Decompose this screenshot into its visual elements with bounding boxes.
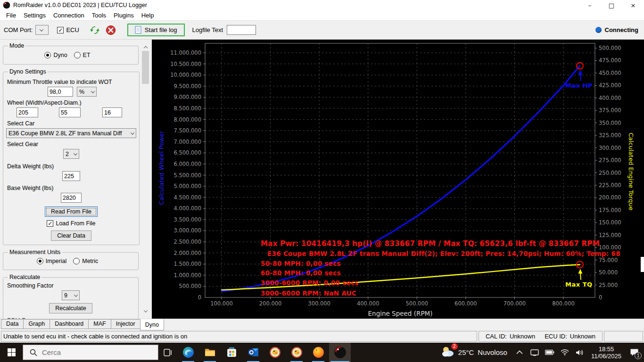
search-input[interactable] [42, 348, 136, 356]
edge-icon [182, 346, 194, 358]
tray-volume-icon[interactable] [574, 346, 586, 359]
task-view-icon [164, 348, 172, 357]
read-from-file-button[interactable]: Read From File [45, 206, 98, 217]
menu-plugins[interactable]: Plugins [110, 11, 138, 20]
tray-chevron-up-icon[interactable] [514, 346, 525, 359]
tab-maf[interactable]: MAF [88, 319, 111, 329]
dyno-settings-legend: Dyno Settings [8, 68, 48, 75]
connection-status: Connecting [595, 26, 639, 33]
start-button[interactable] [0, 343, 23, 362]
sidebar-scrollbar[interactable] [141, 42, 149, 315]
taskbar-duckduckgo-2[interactable] [286, 343, 307, 362]
taskbar-firefox[interactable] [307, 343, 329, 362]
minimize-button[interactable]: – [579, 0, 601, 10]
svg-text:1.000.000: 1.000.000 [173, 272, 201, 279]
tab-data[interactable]: Data [1, 319, 24, 329]
svg-text:10.500.000: 10.500.000 [170, 61, 201, 67]
wot-input[interactable] [48, 87, 73, 97]
ecu-checkbox-label: ECU [66, 26, 79, 33]
svg-text:2.500.000: 2.500.000 [173, 239, 201, 245]
chevron-down-icon [131, 131, 134, 134]
delta-weight-input[interactable] [62, 171, 80, 181]
wot-unit-select[interactable]: % [77, 87, 97, 97]
svg-text:6.000.000: 6.000.000 [173, 161, 201, 167]
disconnect-icon[interactable] [106, 25, 116, 35]
start-file-log-label: Start file log [145, 26, 177, 33]
menu-settings[interactable]: Settings [20, 11, 50, 20]
base-weight-input[interactable] [61, 193, 82, 203]
taskbar-edge[interactable] [177, 343, 199, 362]
tab-dyno[interactable]: Dyno [140, 319, 164, 330]
load-from-file-checkbox[interactable]: ✓ [47, 220, 53, 227]
mode-dyno-label: Dyno [53, 52, 67, 58]
tray-cast-icon[interactable] [529, 346, 540, 359]
tray-clock[interactable]: 18:55 11/06/2025 [591, 346, 621, 360]
ecu-checkbox[interactable]: ✓ [57, 27, 64, 33]
start-file-log-button[interactable]: Start file log [127, 24, 185, 36]
delta-weight-label: Delta Weight (lbs) [7, 163, 136, 170]
tab-graph[interactable]: Graph [23, 319, 50, 329]
taskbar-outlook[interactable] [242, 343, 264, 362]
toolbar: COM Port: ✓ ECU Start file log Logfile T… [0, 21, 644, 40]
maximize-button[interactable]: □ [601, 0, 622, 10]
taskbar-ms-store[interactable] [221, 343, 242, 362]
units-metric-radio[interactable] [73, 258, 80, 264]
taskbar-search[interactable] [23, 345, 158, 360]
taskbar-duckduckgo-1[interactable] [264, 343, 286, 362]
svg-text:125.000: 125.000 [599, 232, 621, 239]
svg-text:50-80 MPH: 0,00 secs: 50-80 MPH: 0,00 secs [261, 260, 341, 267]
menu-connection[interactable]: Connection [50, 11, 88, 20]
close-button[interactable]: × [622, 0, 644, 10]
taskbar-romraider[interactable] [329, 343, 351, 362]
clear-data-button[interactable]: Clear Data [51, 230, 91, 241]
wheel-diam-input[interactable] [102, 107, 122, 117]
scrollbar-up-arrow-icon[interactable] [141, 42, 149, 50]
taskbar-file-explorer[interactable] [199, 343, 221, 362]
duckduckgo-icon [291, 346, 303, 358]
tab-injector[interactable]: Injector [111, 319, 140, 329]
file-explorer-icon [204, 346, 216, 358]
mode-legend: Mode [8, 42, 25, 49]
svg-text:Max Pwr: 10416419,3 hp(I) @ 83: Max Pwr: 10416419,3 hp(I) @ 833667 RPM /… [261, 239, 600, 248]
svg-text:50.000: 50.000 [599, 269, 618, 276]
com-port-select[interactable] [35, 25, 49, 35]
logfile-text-input[interactable] [227, 25, 256, 35]
menu-tools[interactable]: Tools [88, 11, 110, 20]
scrollbar-down-arrow-icon[interactable] [141, 307, 149, 315]
weather-widget[interactable]: 2 25°C Nuvoloso [441, 346, 512, 360]
dyno-settings-sidebar: Mode Dyno ET Dyno Settings Minimum Throt… [0, 40, 141, 319]
system-tray: 2 25°C Nuvoloso 18:55 11/06/20 [441, 343, 644, 362]
select-gear-dropdown[interactable]: 2 [63, 149, 79, 159]
chart-scroll-artifact [641, 257, 644, 272]
svg-text:Max HP: Max HP [565, 82, 593, 89]
svg-text:450.000: 450.000 [599, 70, 621, 76]
menu-file[interactable]: File [2, 11, 20, 20]
task-view-button[interactable] [158, 343, 177, 362]
smoothing-factor-value: 9 [64, 292, 67, 299]
tray-wifi-icon[interactable] [559, 346, 570, 359]
tab-dashboard[interactable]: Dashboard [50, 319, 89, 329]
select-car-dropdown[interactable]: E36 Coupe BMW 2.8L ZF trans Manual Diff [6, 128, 136, 138]
mode-dyno-radio[interactable] [44, 52, 51, 58]
smoothing-factor-dropdown[interactable]: 9 [62, 290, 80, 300]
svg-text:Calculated Wheel Power: Calculated Wheel Power [158, 131, 165, 205]
cal-id-value: Unknown [510, 333, 535, 340]
wheel-aspect-input[interactable] [59, 107, 81, 117]
romraider-window: RomRaider v1.0.0 DEC01 2023 | ECU/TCU Lo… [0, 0, 644, 362]
wot-unit-value: % [79, 89, 84, 95]
logfile-text-label: Logfile Text [192, 26, 223, 33]
notification-center-button[interactable]: 1 [626, 343, 642, 362]
tray-battery-icon[interactable] [544, 346, 555, 359]
weather-desc: Nuvoloso [478, 348, 507, 356]
menu-help[interactable]: Help [138, 11, 158, 20]
units-imperial-label: Imperial [46, 258, 66, 264]
svg-text:Calculated Engine Torque: Calculated Engine Torque [627, 132, 635, 210]
svg-text:7.500.000: 7.500.000 [173, 127, 201, 134]
window-title: RomRaider v1.0.0 DEC01 2023 | ECU/TCU Lo… [13, 2, 147, 8]
wheel-width-input[interactable] [17, 107, 38, 117]
recalculate-button[interactable]: Recalculate [49, 303, 92, 313]
units-imperial-radio[interactable] [37, 258, 43, 264]
scrollbar-thumb[interactable] [142, 51, 149, 84]
mode-et-radio[interactable] [74, 52, 81, 58]
refresh-connection-icon[interactable] [90, 25, 100, 35]
